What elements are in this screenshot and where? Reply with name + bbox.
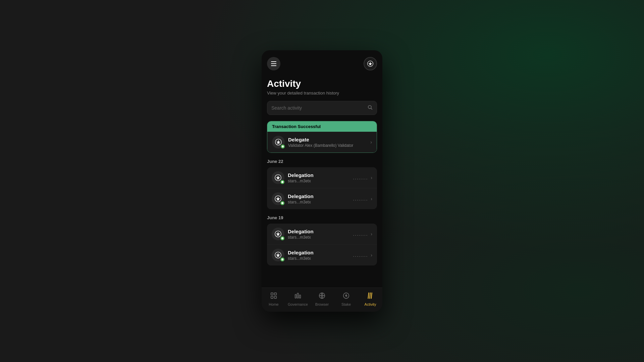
- bottom-nav: Home Governance Browser: [262, 288, 382, 312]
- delegation-info-0: Delegation stars...m3etx: [288, 172, 353, 183]
- svg-rect-8: [271, 293, 273, 295]
- search-placeholder: Search activity: [271, 105, 367, 111]
- delegation-sub-1: stars...m3etx: [288, 200, 353, 204]
- status-badge: [280, 236, 285, 241]
- phone-container: Activity View your detailed transaction …: [262, 50, 382, 312]
- delegation-info-3: Delegation stars...m3etx: [288, 250, 353, 261]
- delegate-item[interactable]: Delegate Validator Alex (Bambarello) Val…: [267, 132, 377, 153]
- status-badge: [280, 180, 285, 184]
- delegation-sub-2: stars...m3etx: [288, 235, 353, 240]
- svg-rect-11: [274, 296, 276, 298]
- svg-rect-13: [297, 293, 299, 298]
- star-logo-icon: [367, 60, 374, 67]
- table-row[interactable]: Delegation stars...m3etx ........ ›: [267, 188, 377, 209]
- svg-rect-12: [295, 294, 297, 298]
- search-icon: [367, 105, 373, 111]
- svg-rect-14: [300, 295, 301, 298]
- nav-browser[interactable]: Browser: [310, 291, 334, 308]
- nav-stake-label: Stake: [341, 302, 351, 306]
- delegate-chevron: ›: [370, 139, 372, 145]
- nav-governance-label: Governance: [288, 302, 308, 306]
- delegation-sub-3: stars...m3etx: [288, 256, 353, 261]
- nav-home-label: Home: [269, 302, 278, 306]
- transaction-success-card: Transaction Successful Delegate Validato…: [267, 121, 377, 153]
- page-subtitle: View your detailed transaction history: [267, 90, 377, 96]
- june22-group: Delegation stars...m3etx ........ ›: [267, 167, 377, 209]
- success-header: Transaction Successful: [267, 121, 377, 132]
- delegation-info-1: Delegation stars...m3etx: [288, 193, 353, 204]
- date-june22: June 22: [267, 159, 377, 164]
- svg-line-2: [371, 108, 372, 110]
- activity-icon: [367, 292, 374, 301]
- delegation-chevron-1: ›: [371, 196, 372, 201]
- page-title: Activity: [267, 78, 377, 89]
- delegation-chevron-2: ›: [371, 231, 372, 237]
- delegation-chevron-3: ›: [371, 252, 372, 258]
- home-icon: [270, 292, 277, 301]
- delegate-sub: Validator Alex (Bambarello) Validator: [288, 143, 370, 148]
- delegation-icon-1: [272, 192, 284, 205]
- nav-stake[interactable]: Stake: [334, 291, 358, 308]
- delegation-name-0: Delegation: [288, 172, 353, 178]
- nav-browser-label: Browser: [315, 302, 329, 306]
- delegation-icon-2: [272, 228, 284, 240]
- delegation-name-2: Delegation: [288, 229, 353, 234]
- table-row[interactable]: Delegation stars...m3etx ........ ›: [267, 224, 377, 245]
- delegation-amount-1: ........: [353, 196, 368, 201]
- delegation-icon-0: [272, 171, 284, 184]
- june19-group: Delegation stars...m3etx ........ ›: [267, 224, 377, 265]
- status-badge: [280, 201, 285, 205]
- delegate-info: Delegate Validator Alex (Bambarello) Val…: [288, 137, 370, 148]
- status-badge: [280, 257, 285, 262]
- svg-rect-10: [271, 296, 273, 298]
- main-content: Activity View your detailed transaction …: [262, 50, 382, 288]
- delegation-name-1: Delegation: [288, 193, 353, 199]
- delegate-name: Delegate: [288, 137, 370, 142]
- nav-activity[interactable]: Activity: [358, 291, 382, 308]
- nav-home[interactable]: Home: [262, 291, 286, 308]
- status-badge: [280, 144, 285, 149]
- delegation-amount-3: ........: [353, 253, 368, 258]
- date-june19: June 19: [267, 215, 377, 220]
- stake-icon: [342, 292, 350, 301]
- svg-point-17: [345, 295, 347, 296]
- browser-icon: [318, 292, 326, 301]
- search-bar[interactable]: Search activity: [267, 101, 377, 115]
- delegation-info-2: Delegation stars...m3etx: [288, 229, 353, 240]
- governance-icon: [294, 292, 302, 301]
- svg-point-1: [368, 106, 371, 109]
- delegation-icon-3: [272, 249, 284, 261]
- menu-button[interactable]: [267, 57, 280, 70]
- delegation-amount-0: ........: [353, 175, 368, 180]
- nav-activity-label: Activity: [365, 302, 376, 306]
- delegate-icon: [272, 136, 285, 148]
- hamburger-icon: [271, 61, 276, 66]
- top-bar: [267, 57, 377, 70]
- nav-governance[interactable]: Governance: [286, 291, 310, 308]
- table-row[interactable]: Delegation stars...m3etx ........ ›: [267, 167, 377, 188]
- table-row[interactable]: Delegation stars...m3etx ........ ›: [267, 245, 377, 265]
- delegation-amount-2: ........: [353, 232, 368, 237]
- logo-button[interactable]: [364, 57, 377, 70]
- delegation-chevron-0: ›: [371, 175, 372, 180]
- delegation-name-3: Delegation: [288, 250, 353, 255]
- delegation-sub-0: stars...m3etx: [288, 179, 353, 183]
- svg-rect-9: [274, 293, 276, 295]
